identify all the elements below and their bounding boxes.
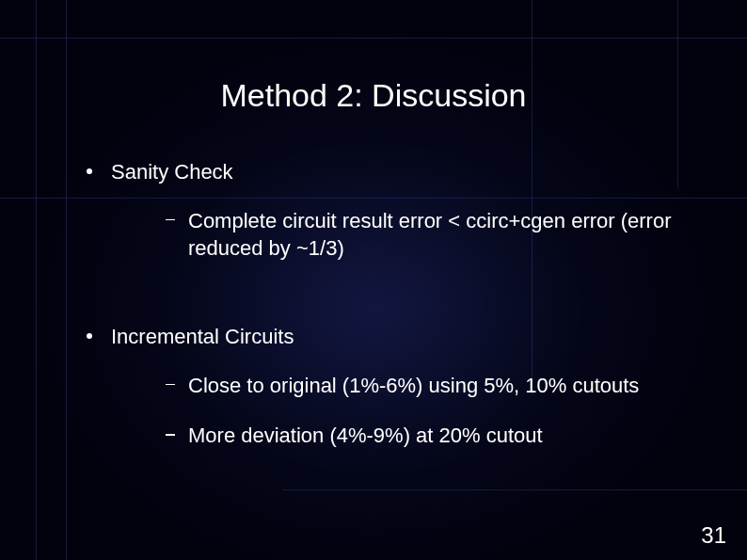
sub-bullet: More deviation (4%-9%) at 20% cutout	[162, 422, 709, 450]
bullet-label: Sanity Check	[111, 160, 233, 184]
sub-bullet: Complete circuit result error < ccirc+cg…	[162, 207, 709, 263]
bullet-incremental-circuits: Incremental Circuits Close to original (…	[81, 323, 709, 450]
slide-title: Method 2: Discussion	[0, 77, 747, 114]
sub-bullet: Close to original (1%-6%) using 5%, 10% …	[162, 372, 709, 400]
slide: Method 2: Discussion Sanity Check Comple…	[0, 0, 747, 560]
page-number: 31	[701, 522, 726, 549]
slide-content: Sanity Check Complete circuit result err…	[81, 158, 709, 472]
bullet-sanity-check: Sanity Check Complete circuit result err…	[81, 158, 709, 263]
bullet-label: Incremental Circuits	[111, 325, 294, 348]
